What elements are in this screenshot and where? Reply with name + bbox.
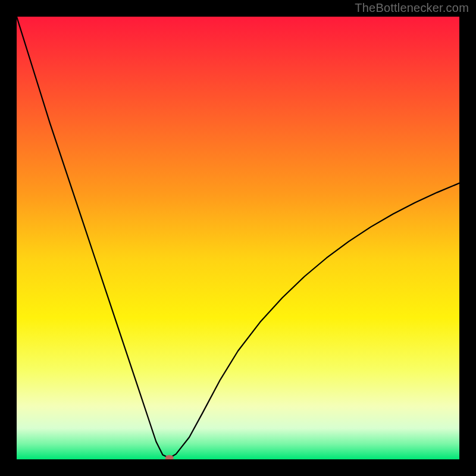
watermark-label: TheBottlenecker.com — [355, 1, 469, 15]
chart-svg — [17, 17, 459, 459]
chart-frame: TheBottlenecker.com — [0, 0, 476, 476]
plot-area — [17, 17, 459, 459]
chart-background — [17, 17, 459, 459]
